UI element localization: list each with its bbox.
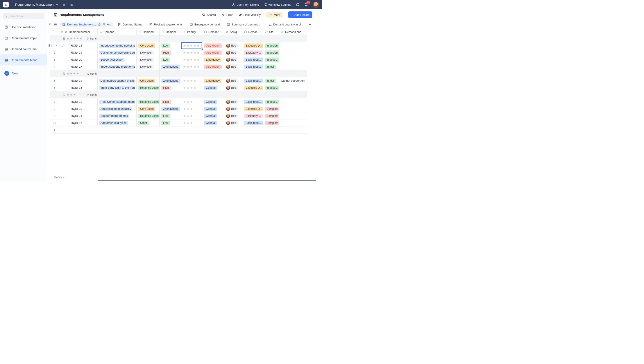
cell-demand-type[interactable]: Expected D... — [242, 105, 263, 112]
view-tab-3[interactable]: Emergency demand — [187, 22, 222, 27]
view-tab-2[interactable]: Realized requirements — [147, 22, 185, 27]
cell-priority[interactable]: ★★★ — [182, 112, 202, 119]
cell-demand-urgency[interactable]: General — [202, 84, 224, 91]
cell-demand[interactable]: Import supports more formats — [98, 63, 137, 70]
column-header-3[interactable]: Demand ... — [137, 29, 160, 35]
cell-demand-number[interactable]: RQID-12 — [59, 98, 98, 105]
column-dropdown-caret[interactable] — [198, 31, 200, 33]
cell-demand-number[interactable]: RQID-14 — [59, 49, 98, 56]
cell-status[interactable]: Complete — [263, 119, 279, 126]
target-icon[interactable]: ◎ — [70, 3, 72, 6]
collapse-group-icon[interactable] — [62, 93, 65, 96]
cell-demand-channel[interactable] — [279, 63, 307, 70]
add-view-button[interactable]: + — [309, 23, 311, 26]
cell-demand-number[interactable]: RQID-21 — [59, 112, 98, 119]
column-header-9[interactable]: Sta... — [263, 29, 279, 35]
cell-priority[interactable]: ★★★★★ — [182, 49, 202, 56]
view-tab-1[interactable]: Demand Status — [116, 22, 144, 27]
cell-demand-level[interactable]: Low — [160, 112, 182, 119]
cell-priority[interactable]: ★★★★ — [182, 84, 202, 91]
cell-demand[interactable]: Amplification of capacity — [98, 105, 137, 112]
cell-assignee[interactable]: Bob — [224, 119, 242, 126]
user-permissions-button[interactable]: User Permissions — [232, 3, 259, 6]
column-dropdown-caret[interactable] — [238, 31, 240, 33]
column-dropdown-caret[interactable] — [220, 31, 222, 33]
view-tab-4[interactable]: Summary of demand ... — [224, 22, 264, 27]
row-gutter[interactable]: 6 — [50, 84, 59, 91]
drag-handle[interactable] — [48, 44, 50, 47]
cell-demand[interactable]: Customer service online supp — [98, 49, 137, 56]
column-dropdown-caret[interactable] — [303, 31, 305, 33]
cell-assignee[interactable]: Bob — [224, 112, 242, 119]
cell-demand-urgency[interactable]: Very Urgent — [202, 42, 224, 49]
collapse-group-icon[interactable] — [62, 37, 65, 40]
cell-priority[interactable]: ★★★★★ — [182, 42, 202, 49]
cell-status[interactable]: In design — [263, 42, 279, 49]
cell-demand-channel[interactable] — [279, 98, 307, 105]
cell-demand-urgency[interactable]: Emergency — [202, 77, 224, 84]
cell-demand-classification[interactable]: New user — [137, 49, 160, 56]
column-header-4[interactable]: Demand... — [160, 29, 182, 35]
column-header-1[interactable]: Demand number — [59, 29, 98, 35]
cell-demand-classification[interactable]: Other — [137, 119, 160, 126]
cell-demand-classification[interactable]: Retained users — [137, 112, 160, 119]
cell-priority[interactable]: ★★★ — [182, 105, 202, 112]
fill-handle[interactable] — [201, 48, 203, 50]
cell-assignee[interactable]: Bob — [224, 49, 242, 56]
collaborators-icon[interactable] — [102, 23, 106, 26]
cell-demand-level[interactable]: Zhongzhong — [160, 105, 182, 112]
cell-demand-type[interactable]: Excitatory ... — [242, 49, 263, 56]
cell-status[interactable]: In test — [263, 63, 279, 70]
column-header-6[interactable]: Demand... — [202, 29, 224, 35]
cell-demand-number[interactable]: RQID-18 — [59, 77, 98, 84]
cell-demand-level[interactable]: Low — [160, 56, 182, 63]
cell-demand-classification[interactable]: New user — [137, 63, 160, 70]
cell-demand-type[interactable]: Expected D... — [242, 84, 263, 91]
cell-assignee[interactable]: Bob — [224, 56, 242, 63]
cell-demand-classification[interactable]: Core users — [137, 105, 160, 112]
cell-assignee[interactable]: Bob — [224, 77, 242, 84]
cell-priority[interactable]: ★★★★★ — [182, 56, 202, 63]
select-all-checkbox[interactable] — [52, 31, 55, 33]
cell-assignee[interactable]: Bob — [224, 42, 242, 49]
cell-demand-number[interactable]: RQID-16 — [59, 119, 98, 126]
cell-demand-type[interactable]: Basic requi... — [242, 63, 263, 70]
column-header-5[interactable]: ☆Priority — [182, 29, 202, 35]
cell-status[interactable]: In devel... — [263, 98, 279, 105]
cell-demand-channel[interactable] — [279, 105, 307, 112]
row-gutter[interactable]: 10 — [50, 119, 59, 126]
cell-demand-channel[interactable] — [279, 42, 307, 49]
cell-demand-level[interactable]: High — [160, 84, 182, 91]
cell-demand-channel[interactable] — [279, 112, 307, 119]
cell-demand-number[interactable]: RQID-20 — [59, 56, 98, 63]
view-tab-5[interactable]: Demand quantity in di... — [266, 22, 306, 27]
cell-demand-number[interactable]: RQID-19 — [59, 105, 98, 112]
cell-demand-urgency[interactable]: Very Urgent — [202, 49, 224, 56]
cell-priority[interactable]: ★★★★ — [182, 77, 202, 84]
cell-demand[interactable]: Help Center supports more ar — [98, 98, 137, 105]
cell-assignee[interactable]: Bob — [224, 84, 242, 91]
user-avatar[interactable] — [313, 2, 319, 8]
notifications-bell-icon[interactable]: 23 — [304, 3, 308, 7]
row-gutter[interactable] — [50, 42, 59, 49]
cell-status[interactable]: In design — [263, 49, 279, 56]
field-visibility-button[interactable]: Field Visibility — [238, 13, 261, 17]
sidebar-item-0[interactable]: Use documentation — [0, 22, 47, 33]
column-header-10[interactable]: Demand cha... — [279, 29, 307, 35]
search-button[interactable]: Search — [202, 13, 216, 17]
home-button[interactable] — [3, 2, 9, 8]
cell-status[interactable]: In test — [263, 77, 279, 84]
expand-record-icon[interactable] — [62, 44, 64, 47]
cell-status[interactable]: In devel... — [263, 84, 279, 91]
row-checkbox[interactable] — [52, 44, 54, 47]
column-dropdown-caret[interactable] — [156, 31, 158, 33]
collapse-sidebar-button[interactable]: « — [48, 21, 52, 26]
cell-demand-level[interactable]: Low — [160, 42, 182, 49]
column-dropdown-caret[interactable] — [177, 31, 180, 33]
cell-demand-number[interactable]: RQID-17 — [59, 63, 98, 70]
cell-demand-classification[interactable]: Core users — [137, 42, 160, 49]
row-gutter[interactable]: 9 — [50, 112, 59, 119]
view-list-icon[interactable] — [54, 23, 57, 26]
cell-demand-type[interactable]: Basic requi... — [242, 77, 263, 84]
cell-demand[interactable]: Third-party login to the Forum — [98, 84, 137, 91]
